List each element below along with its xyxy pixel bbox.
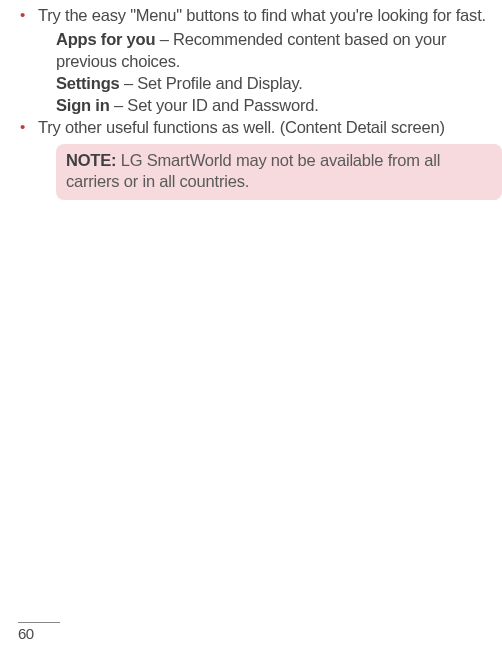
bullet-dot: • — [18, 4, 38, 26]
bullet-item: • Try the easy "Menu" buttons to find wh… — [18, 4, 502, 26]
sub-item: Sign in – Set your ID and Password. — [56, 94, 502, 116]
manual-page: • Try the easy "Menu" buttons to find wh… — [0, 0, 502, 654]
page-number: 60 — [18, 625, 78, 642]
sub-item: Apps for you – Recommended content based… — [56, 28, 502, 72]
note-text: LG SmartWorld may not be available from … — [66, 151, 440, 190]
sub-item: Settings – Set Profile and Display. — [56, 72, 502, 94]
bullet-text: Try other useful functions as well. (Con… — [38, 116, 502, 138]
footer-rule — [18, 622, 60, 623]
sub-label: Settings — [56, 74, 120, 92]
sub-text: – Set your ID and Password. — [110, 96, 319, 114]
sub-text: – Set Profile and Display. — [120, 74, 303, 92]
bullet-dot: • — [18, 116, 38, 138]
bullet-text: Try the easy "Menu" buttons to find what… — [38, 4, 502, 26]
note-label: NOTE: — [66, 151, 116, 169]
page-footer: 60 — [18, 622, 78, 642]
sub-label: Apps for you — [56, 30, 155, 48]
note-box: NOTE: LG SmartWorld may not be available… — [56, 144, 502, 200]
sub-label: Sign in — [56, 96, 110, 114]
bullet-item: • Try other useful functions as well. (C… — [18, 116, 502, 138]
